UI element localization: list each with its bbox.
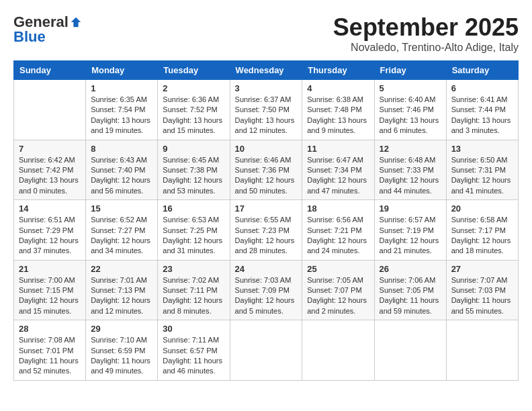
calendar-cell	[230, 320, 302, 381]
calendar-cell: 23Sunrise: 7:02 AM Sunset: 7:11 PM Dayli…	[158, 260, 230, 320]
day-number: 9	[163, 144, 224, 154]
day-info: Sunrise: 6:48 AM Sunset: 7:33 PM Dayligh…	[380, 155, 441, 197]
calendar-table: SundayMondayTuesdayWednesdayThursdayFrid…	[13, 60, 519, 381]
day-number: 3	[235, 83, 298, 93]
day-info: Sunrise: 6:43 AM Sunset: 7:40 PM Dayligh…	[91, 155, 152, 197]
calendar-cell: 28Sunrise: 7:08 AM Sunset: 7:01 PM Dayli…	[14, 320, 86, 381]
calendar-cell	[374, 320, 446, 381]
logo-icon	[70, 16, 82, 28]
day-number: 6	[451, 83, 513, 93]
calendar-cell: 14Sunrise: 6:51 AM Sunset: 7:29 PM Dayli…	[14, 200, 86, 261]
calendar-week-row: 14Sunrise: 6:51 AM Sunset: 7:29 PM Dayli…	[14, 200, 519, 261]
location-title: Novaledo, Trentino-Alto Adige, Italy	[333, 42, 519, 54]
day-number: 13	[451, 144, 513, 154]
day-number: 23	[163, 264, 224, 274]
day-number: 8	[91, 144, 152, 154]
weekday-header: Wednesday	[230, 61, 302, 80]
day-number: 22	[91, 264, 152, 274]
day-info: Sunrise: 6:55 AM Sunset: 7:23 PM Dayligh…	[235, 215, 298, 257]
calendar-cell: 7Sunrise: 6:42 AM Sunset: 7:42 PM Daylig…	[14, 140, 86, 200]
calendar-cell	[302, 320, 374, 381]
calendar-cell: 25Sunrise: 7:05 AM Sunset: 7:07 PM Dayli…	[302, 260, 374, 320]
svg-marker-0	[71, 17, 81, 27]
day-info: Sunrise: 6:40 AM Sunset: 7:46 PM Dayligh…	[380, 95, 441, 136]
calendar-cell: 26Sunrise: 7:06 AM Sunset: 7:05 PM Dayli…	[374, 260, 446, 320]
day-number: 15	[91, 203, 152, 214]
calendar-week-row: 1Sunrise: 6:35 AM Sunset: 7:54 PM Daylig…	[14, 80, 519, 140]
month-title: September 2025	[333, 13, 519, 42]
day-info: Sunrise: 7:02 AM Sunset: 7:11 PM Dayligh…	[163, 275, 224, 317]
day-info: Sunrise: 6:58 AM Sunset: 7:17 PM Dayligh…	[451, 215, 513, 257]
calendar-cell: 30Sunrise: 7:11 AM Sunset: 6:57 PM Dayli…	[158, 320, 230, 381]
calendar-cell: 19Sunrise: 6:57 AM Sunset: 7:19 PM Dayli…	[374, 200, 446, 261]
calendar-cell: 13Sunrise: 6:50 AM Sunset: 7:31 PM Dayli…	[446, 140, 518, 200]
day-number: 2	[163, 83, 224, 93]
weekday-header: Saturday	[446, 61, 518, 80]
day-info: Sunrise: 6:46 AM Sunset: 7:36 PM Dayligh…	[235, 155, 298, 197]
weekday-header: Friday	[374, 61, 446, 80]
day-number: 10	[235, 144, 298, 154]
calendar-cell: 4Sunrise: 6:38 AM Sunset: 7:48 PM Daylig…	[302, 80, 374, 140]
day-info: Sunrise: 7:10 AM Sunset: 6:59 PM Dayligh…	[91, 335, 152, 377]
day-number: 29	[91, 324, 152, 334]
day-info: Sunrise: 6:45 AM Sunset: 7:38 PM Dayligh…	[163, 155, 224, 197]
day-info: Sunrise: 7:08 AM Sunset: 7:01 PM Dayligh…	[19, 335, 81, 377]
day-number: 21	[19, 264, 81, 274]
calendar-header-row: SundayMondayTuesdayWednesdayThursdayFrid…	[14, 61, 519, 80]
day-info: Sunrise: 6:42 AM Sunset: 7:42 PM Dayligh…	[19, 155, 81, 197]
title-block: September 2025 Novaledo, Trentino-Alto A…	[333, 13, 519, 54]
day-number: 28	[19, 324, 81, 334]
calendar-cell: 17Sunrise: 6:55 AM Sunset: 7:23 PM Dayli…	[230, 200, 302, 261]
calendar-cell: 11Sunrise: 6:47 AM Sunset: 7:34 PM Dayli…	[302, 140, 374, 200]
calendar-cell: 16Sunrise: 6:53 AM Sunset: 7:25 PM Dayli…	[158, 200, 230, 261]
calendar-cell: 21Sunrise: 7:00 AM Sunset: 7:15 PM Dayli…	[14, 260, 86, 320]
day-info: Sunrise: 6:37 AM Sunset: 7:50 PM Dayligh…	[235, 95, 298, 136]
calendar-cell: 20Sunrise: 6:58 AM Sunset: 7:17 PM Dayli…	[446, 200, 518, 261]
day-info: Sunrise: 7:00 AM Sunset: 7:15 PM Dayligh…	[19, 275, 81, 317]
day-number: 4	[307, 83, 369, 93]
day-info: Sunrise: 6:52 AM Sunset: 7:27 PM Dayligh…	[91, 215, 152, 257]
calendar-week-row: 7Sunrise: 6:42 AM Sunset: 7:42 PM Daylig…	[14, 140, 519, 200]
day-number: 27	[451, 264, 513, 274]
calendar-cell: 3Sunrise: 6:37 AM Sunset: 7:50 PM Daylig…	[230, 80, 302, 140]
weekday-header: Tuesday	[158, 61, 230, 80]
day-info: Sunrise: 7:01 AM Sunset: 7:13 PM Dayligh…	[91, 275, 152, 317]
day-number: 11	[307, 144, 369, 154]
calendar-cell: 8Sunrise: 6:43 AM Sunset: 7:40 PM Daylig…	[86, 140, 158, 200]
day-number: 12	[380, 144, 441, 154]
calendar-week-row: 21Sunrise: 7:00 AM Sunset: 7:15 PM Dayli…	[14, 260, 519, 320]
day-info: Sunrise: 6:41 AM Sunset: 7:44 PM Dayligh…	[451, 95, 513, 136]
calendar-cell: 10Sunrise: 6:46 AM Sunset: 7:36 PM Dayli…	[230, 140, 302, 200]
day-number: 14	[19, 203, 81, 214]
day-number: 18	[307, 203, 369, 214]
calendar-cell: 29Sunrise: 7:10 AM Sunset: 6:59 PM Dayli…	[86, 320, 158, 381]
day-number: 25	[307, 264, 369, 274]
calendar-cell: 27Sunrise: 7:07 AM Sunset: 7:03 PM Dayli…	[446, 260, 518, 320]
logo-blue-text: Blue	[13, 28, 46, 46]
logo: General Blue	[13, 13, 82, 46]
calendar-cell: 12Sunrise: 6:48 AM Sunset: 7:33 PM Dayli…	[374, 140, 446, 200]
day-info: Sunrise: 6:50 AM Sunset: 7:31 PM Dayligh…	[451, 155, 513, 197]
day-info: Sunrise: 7:06 AM Sunset: 7:05 PM Dayligh…	[380, 275, 441, 317]
day-info: Sunrise: 6:57 AM Sunset: 7:19 PM Dayligh…	[380, 215, 441, 257]
calendar-cell	[14, 80, 86, 140]
day-info: Sunrise: 6:53 AM Sunset: 7:25 PM Dayligh…	[163, 215, 224, 257]
day-info: Sunrise: 7:03 AM Sunset: 7:09 PM Dayligh…	[235, 275, 298, 317]
calendar-cell: 1Sunrise: 6:35 AM Sunset: 7:54 PM Daylig…	[86, 80, 158, 140]
day-number: 24	[235, 264, 298, 274]
calendar-cell: 18Sunrise: 6:56 AM Sunset: 7:21 PM Dayli…	[302, 200, 374, 261]
day-info: Sunrise: 7:07 AM Sunset: 7:03 PM Dayligh…	[451, 275, 513, 317]
weekday-header: Monday	[86, 61, 158, 80]
day-number: 30	[163, 324, 224, 334]
day-number: 16	[163, 203, 224, 214]
calendar-week-row: 28Sunrise: 7:08 AM Sunset: 7:01 PM Dayli…	[14, 320, 519, 381]
calendar-cell: 6Sunrise: 6:41 AM Sunset: 7:44 PM Daylig…	[446, 80, 518, 140]
day-number: 5	[380, 83, 441, 93]
day-info: Sunrise: 6:38 AM Sunset: 7:48 PM Dayligh…	[307, 95, 369, 136]
calendar-cell: 22Sunrise: 7:01 AM Sunset: 7:13 PM Dayli…	[86, 260, 158, 320]
day-info: Sunrise: 6:47 AM Sunset: 7:34 PM Dayligh…	[307, 155, 369, 197]
day-number: 20	[451, 203, 513, 214]
day-info: Sunrise: 6:51 AM Sunset: 7:29 PM Dayligh…	[19, 215, 81, 257]
day-info: Sunrise: 7:11 AM Sunset: 6:57 PM Dayligh…	[163, 335, 224, 377]
day-info: Sunrise: 6:35 AM Sunset: 7:54 PM Dayligh…	[91, 95, 152, 136]
